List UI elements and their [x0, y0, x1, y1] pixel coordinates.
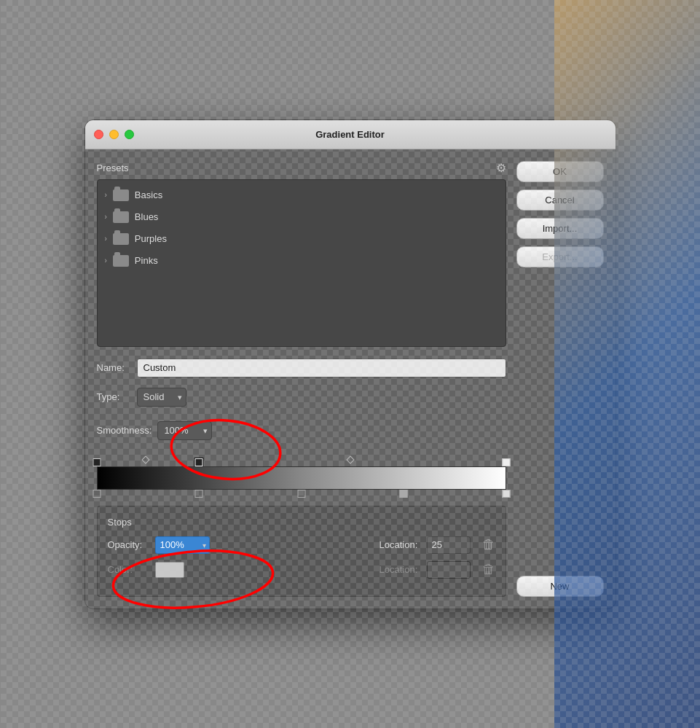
preset-label-pinks: Pinks	[135, 255, 158, 266]
preset-label-purples: Purples	[135, 233, 167, 244]
folder-icon-pinks	[113, 255, 129, 267]
color-stop-100[interactable]	[502, 458, 510, 466]
preset-label-basics: Basics	[135, 189, 162, 200]
maximize-button[interactable]	[125, 130, 134, 139]
smoothness-select[interactable]: 100% 75% 50%	[157, 421, 212, 440]
opacity-stop-75[interactable]	[400, 490, 408, 498]
folder-icon-blues	[113, 211, 129, 223]
chevron-right-icon: ›	[105, 191, 107, 199]
chevron-right-icon: ›	[105, 257, 107, 265]
smoothness-select-wrapper: 100% 75% 50%	[157, 421, 212, 440]
close-button[interactable]	[94, 130, 103, 139]
gradient-bar[interactable]	[97, 466, 506, 490]
opacity-stop-handles	[97, 490, 506, 506]
traffic-lights	[94, 130, 134, 139]
folder-icon-purples	[113, 233, 129, 245]
window-title: Gradient Editor	[315, 129, 385, 140]
type-select-wrapper: Solid Noise	[137, 388, 186, 407]
opacity-stop-100[interactable]	[502, 490, 510, 498]
opacity-stop-50[interactable]	[297, 490, 305, 498]
opacity-stop-25[interactable]	[195, 490, 203, 498]
titlebar: Gradient Editor	[85, 120, 616, 149]
preset-label-blues: Blues	[135, 211, 159, 222]
color-stop-handles	[97, 452, 506, 466]
preset-item-purples[interactable]: › Purples	[98, 228, 506, 250]
opacity-stop-0[interactable]	[93, 490, 101, 498]
chevron-right-icon: ›	[105, 213, 107, 221]
preset-item-basics[interactable]: › Basics	[98, 184, 506, 206]
presets-section: Presets ⚙ › Basics › Blues	[97, 161, 506, 347]
opacity-select[interactable]: 100% 75% 50% 25% 0%	[155, 536, 210, 554]
color-stop-25[interactable]	[195, 458, 203, 466]
type-select[interactable]: Solid Noise	[137, 388, 186, 407]
opacity-select-wrapper: 100% 75% 50% 25% 0%	[155, 536, 210, 554]
minimize-button[interactable]	[109, 130, 119, 139]
color-stop-0[interactable]	[93, 458, 101, 466]
folder-icon-basics	[113, 189, 129, 201]
preset-item-blues[interactable]: › Blues	[98, 206, 506, 228]
presets-list[interactable]: › Basics › Blues › Purples	[97, 179, 506, 347]
gradient-section	[97, 452, 506, 506]
chevron-right-icon: ›	[105, 235, 107, 243]
preset-item-pinks[interactable]: › Pinks	[98, 250, 506, 272]
